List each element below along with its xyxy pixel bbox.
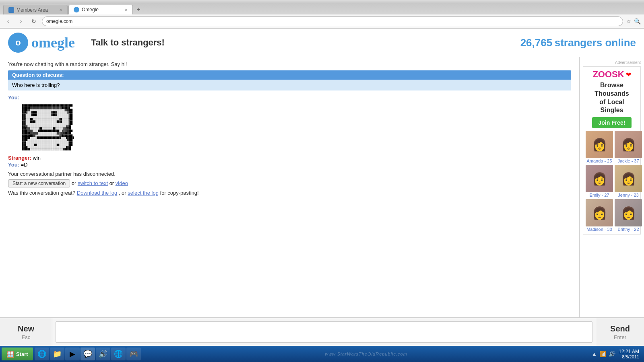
bookmark-icon[interactable]: ☆ xyxy=(626,18,632,25)
video-link[interactable]: video xyxy=(116,180,128,186)
zoosk-tagline: Browse Thousands of Local Singles xyxy=(586,81,638,115)
new-button-label: New xyxy=(18,324,34,333)
log-or: , or xyxy=(119,190,126,196)
start-new-conversation-button[interactable]: Start a new conversation xyxy=(8,179,70,187)
you-ascii-line: You: xyxy=(8,95,571,101)
profile-name-3: Emily - 27 xyxy=(586,193,613,197)
profile-1: 👩 Amanda - 25 xyxy=(586,131,613,163)
online-count: 26,765 strangers online xyxy=(520,37,636,49)
chat-messages: You're now chatting with a random strang… xyxy=(0,57,579,317)
profile-2: 👩 Jackie - 37 xyxy=(615,131,642,163)
start-label: Start xyxy=(16,351,28,357)
profile-3: 👩 Emily - 27 xyxy=(586,165,613,197)
address-bar[interactable]: omegle.com xyxy=(42,16,623,26)
profile-grid: 👩 Amanda - 25 👩 Jackie - 37 👩 Emily - 27… xyxy=(586,131,638,232)
new-tab-button[interactable]: + xyxy=(134,5,143,14)
chat-area: You're now chatting with a random strang… xyxy=(0,57,580,317)
chat-input-wrapper xyxy=(52,318,596,346)
profile-name-5: Madison - 30 xyxy=(586,227,613,232)
taskbar-apps: 🌐 📁 ▶ 💬 🔊 🌐 🎮 xyxy=(35,348,141,360)
taskbar-watermark: www.StarWarsTheOldRepublic.com xyxy=(325,352,407,356)
stranger-message-line: Stranger: win xyxy=(8,155,571,161)
logo-letter: o xyxy=(15,37,21,48)
you-label-2: You: xyxy=(8,162,19,168)
bottom-input-area: New Esc Send Enter xyxy=(0,317,644,346)
members-favicon xyxy=(8,7,14,13)
profile-photo-1: 👩 xyxy=(586,131,613,158)
new-button-area[interactable]: New Esc xyxy=(0,318,52,346)
stranger-label: Stranger: xyxy=(8,155,31,161)
taskbar-ie-icon[interactable]: 🌐 xyxy=(35,348,49,360)
taskbar-folder-icon[interactable]: 📁 xyxy=(50,348,64,360)
back-button[interactable]: ‹ xyxy=(3,16,13,26)
systray-volume[interactable]: 🔊 xyxy=(609,351,615,357)
logo-bubble: o xyxy=(8,33,28,53)
switch-to-text-link[interactable]: switch to text xyxy=(78,180,108,186)
profile-photo-3: 👩 xyxy=(586,165,613,192)
log-message: Was this conversation great? Download th… xyxy=(8,190,571,196)
you-label-1: You: xyxy=(8,95,19,101)
start-button[interactable]: 🪟 Start xyxy=(2,348,33,360)
taskbar-center: www.StarWarsTheOldRepublic.com xyxy=(141,352,592,356)
profile-name-4: Jenny - 23 xyxy=(615,193,642,197)
address-text: omegle.com xyxy=(46,19,72,24)
systray-network[interactable]: 📶 xyxy=(599,351,606,357)
send-button-area[interactable]: Send Enter xyxy=(596,318,644,346)
logo-area: o omegle xyxy=(8,33,75,53)
forward-button[interactable]: › xyxy=(16,16,26,26)
profile-5: 👩 Madison - 30 xyxy=(586,199,613,232)
log-question: Was this conversation great? xyxy=(8,190,75,196)
new-button-sub: Esc xyxy=(22,334,31,340)
taskbar-skype-icon[interactable]: 💬 xyxy=(80,348,95,360)
ad-sidebar: Advertisement ZOOSK ❤ Browse Thousands o… xyxy=(580,57,644,317)
site-header: o omegle Talk to strangers! 26,765 stran… xyxy=(0,29,644,57)
online-number: 26,765 xyxy=(520,37,553,49)
logo-text[interactable]: omegle xyxy=(31,34,75,51)
profile-6: 👩 Brittny - 22 xyxy=(615,199,642,232)
taskbar-audio-icon[interactable]: 🔊 xyxy=(96,348,110,360)
taskbar-media-icon[interactable]: ▶ xyxy=(65,348,80,360)
taskbar-chrome-icon[interactable]: 🌐 xyxy=(111,348,126,360)
send-button-sub: Enter xyxy=(614,334,626,340)
you-message2-text: =D xyxy=(21,162,28,168)
tab-omegle[interactable]: Omegle ✕ xyxy=(68,5,133,14)
or-text-1: or xyxy=(72,180,78,186)
taskbar-right: ▲ 📶 🔊 12:21 AM 8/8/2011 xyxy=(591,349,642,359)
question-label: Question to discuss: xyxy=(8,70,571,80)
taskbar-clock[interactable]: 12:21 AM 8/8/2011 xyxy=(619,349,639,359)
tagline: Talk to strangers! xyxy=(91,37,165,48)
ascii-art: ██████████████████████████████████████ █… xyxy=(22,102,571,153)
stranger-message-text: win xyxy=(33,155,41,161)
tab-members-label: Members Area xyxy=(17,7,48,13)
download-log-link[interactable]: Download the log xyxy=(77,190,117,196)
profile-photo-4: 👩 xyxy=(615,165,642,192)
zoosk-heart: ❤ xyxy=(626,71,631,78)
zoosk-ad[interactable]: ZOOSK ❤ Browse Thousands of Local Single… xyxy=(583,66,641,234)
search-icon[interactable]: 🔍 xyxy=(634,18,641,25)
online-label: strangers online xyxy=(555,37,636,49)
ad-label: Advertisement xyxy=(583,60,641,65)
question-text: Who here is trolling? xyxy=(8,80,571,90)
tab-members[interactable]: Members Area ✕ xyxy=(3,5,68,14)
systray-arrow[interactable]: ▲ xyxy=(591,351,597,357)
tab-omegle-close[interactable]: ✕ xyxy=(124,8,128,12)
windows-logo-icon: 🪟 xyxy=(6,350,14,358)
select-log-link[interactable]: select the log xyxy=(128,190,159,196)
tab-members-close[interactable]: ✕ xyxy=(59,8,62,12)
profile-name-6: Brittny - 22 xyxy=(615,227,642,232)
tab-omegle-label: Omegle xyxy=(82,7,99,12)
send-button-label: Send xyxy=(610,324,630,333)
system-intro: You're now chatting with a random strang… xyxy=(8,61,571,67)
you-message2-line: You: =D xyxy=(8,162,571,168)
taskbar: 🪟 Start 🌐 📁 ▶ 💬 🔊 🌐 🎮 www.StarWarsTheOld… xyxy=(0,346,644,362)
refresh-button[interactable]: ↻ xyxy=(29,16,39,26)
profile-photo-5: 👩 xyxy=(586,199,613,226)
taskbar-game-icon[interactable]: 🎮 xyxy=(126,348,141,360)
copy-paste-text: for copy-pasting! xyxy=(160,190,199,196)
action-links: Start a new conversation or switch to te… xyxy=(8,179,571,187)
profile-photo-6: 👩 xyxy=(615,199,642,226)
join-free-button[interactable]: Join Free! xyxy=(592,117,632,128)
profile-name-1: Amanda - 25 xyxy=(586,158,613,163)
zoosk-title: ZOOSK xyxy=(592,69,624,80)
chat-input[interactable] xyxy=(56,321,592,343)
